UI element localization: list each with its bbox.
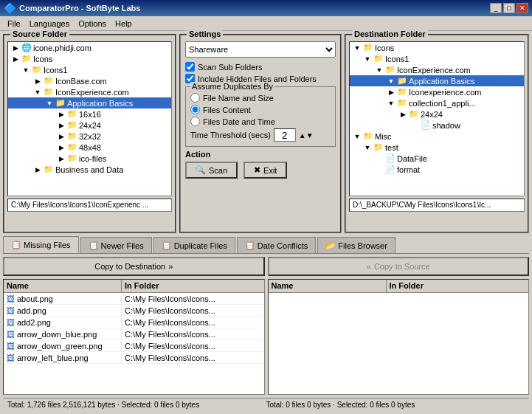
file-icon: 📄 bbox=[421, 120, 431, 130]
tree-label: Business and Data bbox=[55, 165, 123, 174]
png-icon: 🖼 bbox=[7, 353, 15, 362]
dest-tree-test[interactable]: ▼ 📁 test bbox=[350, 142, 524, 153]
folder-icon: 📁 bbox=[67, 142, 77, 152]
expand-icon[interactable]: ▼ bbox=[362, 144, 373, 151]
expand-icon[interactable]: ▶ bbox=[55, 111, 67, 118]
expand-icon[interactable]: ▼ bbox=[385, 100, 397, 107]
expand-icon[interactable]: ▼ bbox=[351, 133, 363, 140]
dest-tree-icons[interactable]: ▼ 📁 Icons bbox=[350, 42, 524, 53]
radio-date[interactable] bbox=[190, 117, 200, 126]
expand-icon bbox=[409, 122, 421, 129]
dest-tree-datafile[interactable]: 📄 DataFile bbox=[350, 153, 524, 164]
action-section: Action 🔍 Scan ✖ Exit bbox=[185, 150, 336, 179]
expand-icon[interactable]: ▶ bbox=[10, 55, 21, 63]
expand-icon[interactable]: ▼ bbox=[20, 66, 32, 74]
expand-icon[interactable]: ▼ bbox=[32, 89, 44, 96]
radio-content-row: Files Content bbox=[190, 105, 331, 114]
folder-icon: 📁 bbox=[55, 98, 66, 108]
tree-label: 16x16 bbox=[79, 110, 101, 119]
left-file-list[interactable]: 🖼 about.png C:\My Files\Icons\Icons... 🖼… bbox=[4, 293, 264, 394]
threshold-spin[interactable]: ▲▼ bbox=[299, 131, 314, 139]
menu-options[interactable]: Options bbox=[74, 18, 111, 29]
file-row[interactable]: 🖼 add2.png C:\My Files\Icons\Icons... bbox=[4, 317, 264, 328]
dest-tree-misc[interactable]: ▼ 📁 Misc bbox=[350, 131, 524, 142]
expand-icon[interactable]: ▼ bbox=[351, 44, 363, 52]
threshold-label: Time Threshold (secs) bbox=[190, 131, 271, 139]
tab-missing-files[interactable]: 📋 Missing Files bbox=[3, 236, 79, 253]
expand-icon[interactable]: ▶ bbox=[55, 133, 67, 140]
expand-icon[interactable]: ▶ bbox=[55, 122, 67, 129]
menu-file[interactable]: File bbox=[3, 18, 25, 29]
expand-icon[interactable]: ▶ bbox=[32, 77, 44, 85]
expand-icon[interactable]: ▶ bbox=[32, 166, 44, 173]
tree-label: ico-files bbox=[79, 154, 106, 163]
radio-content[interactable] bbox=[190, 105, 200, 114]
right-file-list[interactable] bbox=[269, 293, 529, 394]
expand-icon[interactable]: ▶ bbox=[55, 144, 67, 151]
expand-icon[interactable]: ▼ bbox=[362, 55, 373, 63]
tree-label: Application Basics bbox=[409, 77, 474, 86]
tree-item-48x48[interactable]: ▶ 📁 48x48 bbox=[8, 142, 171, 153]
dest-tree-iconexp2[interactable]: ▶ 📁 Iconexperience.com bbox=[350, 86, 524, 97]
dest-tree-24x24[interactable]: ▶ 📁 24x24 bbox=[350, 108, 524, 120]
tree-item-iconexperience[interactable]: ▼ 📁 IconExperience.com bbox=[8, 86, 171, 97]
tab-newer-files[interactable]: 📋 Newer Files bbox=[80, 237, 152, 253]
dest-tree-shadow[interactable]: 📄 shadow bbox=[350, 120, 524, 131]
dest-tree-collection[interactable]: ▼ 📁 collection1_appli... bbox=[350, 97, 524, 108]
tab-duplicate-files-label: Duplicate Files bbox=[174, 241, 227, 250]
expand-icon[interactable]: ▼ bbox=[373, 66, 385, 74]
expand-icon[interactable]: ▼ bbox=[44, 100, 55, 107]
folder-icon: 📁 bbox=[397, 87, 407, 97]
file-name: 🖼 add2.png bbox=[4, 317, 122, 328]
exit-button[interactable]: ✖ Exit bbox=[243, 162, 287, 179]
tab-duplicate-files[interactable]: 📋 Duplicate Files bbox=[153, 237, 235, 253]
copy-to-dest-button[interactable]: Copy to Destination » bbox=[3, 257, 265, 276]
tree-item-bizdata[interactable]: ▶ 📁 Business and Data bbox=[8, 164, 171, 175]
tree-item-icons1[interactable]: ▼ 📁 Icons1 bbox=[8, 64, 171, 75]
tab-files-browser[interactable]: 📂 Files Browser bbox=[317, 237, 395, 253]
settings-dropdown[interactable]: Shareware Freeware Commercial bbox=[185, 41, 336, 58]
tree-item-32x32[interactable]: ▶ 📁 32x32 bbox=[8, 131, 171, 142]
expand-icon[interactable]: ▶ bbox=[397, 111, 409, 118]
dest-tree-appbasics[interactable]: ▼ 📁 Application Basics bbox=[350, 75, 524, 86]
dest-tree[interactable]: ▼ 📁 Icons ▼ 📁 Icons1 ▼ 📁 IconExperience.… bbox=[349, 41, 525, 196]
minimize-button[interactable]: _ bbox=[490, 3, 502, 13]
file-row[interactable]: 🖼 arrow_left_blue.png C:\My Files\Icons\… bbox=[4, 352, 264, 364]
file-row[interactable]: 🖼 arrow_down_green.png C:\My Files\Icons… bbox=[4, 340, 264, 352]
expand-icon[interactable]: ▶ bbox=[55, 155, 67, 162]
source-tree[interactable]: ▶ 🌐 icone.phidji.com ▶ 📁 Icons ▼ 📁 Icons… bbox=[7, 41, 172, 196]
close-button[interactable]: ✕ bbox=[517, 3, 528, 13]
dest-tree-iconexp[interactable]: ▼ 📁 IconExperience.com bbox=[350, 64, 524, 75]
tab-duplicate-files-icon: 📋 bbox=[162, 241, 172, 250]
tree-item-16x16[interactable]: ▶ 📁 16x16 bbox=[8, 108, 171, 120]
tree-item-icone[interactable]: ▶ 🌐 icone.phidji.com bbox=[8, 42, 171, 53]
scan-button[interactable]: 🔍 Scan bbox=[185, 162, 238, 179]
expand-icon[interactable]: ▶ bbox=[385, 89, 397, 96]
menu-help[interactable]: Help bbox=[111, 18, 137, 29]
file-row[interactable]: 🖼 add.png C:\My Files\Icons\Icons... bbox=[4, 305, 264, 317]
dest-panel: Destination Folder ▼ 📁 Icons ▼ 📁 Icons1 … bbox=[345, 34, 529, 233]
file-folder: C:\My Files\Icons\Icons... bbox=[122, 317, 264, 328]
expand-icon[interactable]: ▶ bbox=[10, 44, 21, 52]
source-panel-title: Source Folder bbox=[10, 30, 69, 38]
tree-item-24x24[interactable]: ▶ 📁 24x24 bbox=[8, 120, 171, 131]
threshold-input[interactable] bbox=[274, 128, 296, 142]
folder-icon: 📁 bbox=[67, 120, 77, 130]
tree-label: icone.phidji.com bbox=[33, 44, 91, 52]
tree-item-iconbase[interactable]: ▶ 📁 IconBase.com bbox=[8, 75, 171, 86]
dest-tree-format[interactable]: 📄 format bbox=[350, 164, 524, 175]
menu-languages[interactable]: Languages bbox=[25, 18, 74, 29]
tab-date-conflicts[interactable]: 📋 Date Conflicts bbox=[237, 237, 316, 253]
expand-icon[interactable]: ▼ bbox=[385, 77, 397, 85]
file-icon: 📄 bbox=[385, 165, 395, 174]
dest-tree-icons1[interactable]: ▼ 📁 Icons1 bbox=[350, 53, 524, 64]
file-row[interactable]: 🖼 arrow_down_blue.png C:\My Files\Icons\… bbox=[4, 328, 264, 340]
copy-to-src-button[interactable]: « Copy to Source bbox=[268, 257, 530, 276]
tree-item-icons[interactable]: ▶ 📁 Icons bbox=[8, 53, 171, 64]
tree-item-appbasics[interactable]: ▼ 📁 Application Basics bbox=[8, 97, 171, 108]
maximize-button[interactable]: □ bbox=[503, 3, 515, 13]
scan-subfolders-checkbox[interactable] bbox=[185, 62, 195, 72]
file-row[interactable]: 🖼 about.png C:\My Files\Icons\Icons... bbox=[4, 293, 264, 305]
tree-item-ico-files[interactable]: ▶ 📁 ico-files bbox=[8, 153, 171, 164]
radio-name-size[interactable] bbox=[190, 93, 200, 103]
